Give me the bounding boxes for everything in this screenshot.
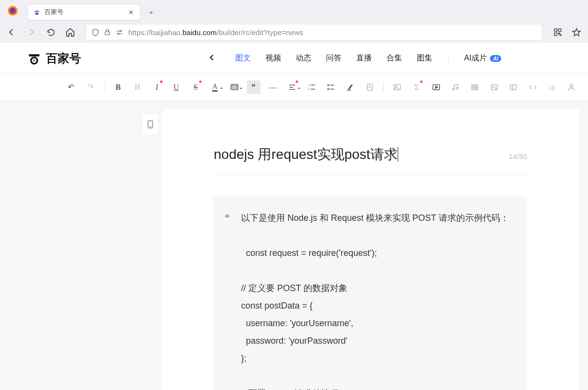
editor-toolbar: ↶↷BHIUSAab❝—12Σ [0, 74, 588, 100]
svg-point-4 [38, 11, 39, 12]
code-button[interactable] [526, 80, 540, 94]
quote-line: // 定义要 POST 的数据对象 [241, 279, 512, 297]
italic-button[interactable]: I [150, 80, 164, 94]
quote-line: // 配置 POST 请求的选项 [241, 385, 512, 390]
tab-qa[interactable]: 问答 [326, 52, 342, 64]
align-button[interactable] [285, 80, 299, 94]
close-tab-icon[interactable]: ✕ [126, 9, 135, 16]
document: nodejs 用request实现post请求 14/30 ❝ 以下是使用 No… [162, 109, 579, 390]
title-char-count: 14/30 [508, 152, 527, 160]
heading-button[interactable]: H [131, 80, 144, 94]
nav-forward-button[interactable] [24, 25, 38, 39]
svg-rect-35 [472, 84, 478, 90]
toolbar-separator [383, 82, 384, 92]
url-bar[interactable]: https://baijiahao.baidu.com/builder/rc/e… [86, 24, 542, 40]
logo-text: 百家号 [46, 51, 81, 66]
svg-rect-41 [510, 84, 516, 90]
quote-line: const request = require('request'); [241, 244, 512, 262]
svg-text:2: 2 [308, 88, 309, 91]
tab-title: 百家号 [44, 8, 63, 17]
nav-back-button[interactable] [5, 25, 19, 39]
undo-button[interactable]: ↶ [64, 80, 78, 94]
svg-point-8 [118, 33, 120, 34]
quote-icon: ❝ [224, 208, 230, 228]
qr-icon[interactable] [551, 25, 565, 39]
ul-button[interactable] [324, 80, 338, 94]
page-body: 百家号 图文 视频 动态 问答 直播 合集 图集 AI成片 AI ↶↷BHIUS… [0, 43, 588, 390]
ai-generate-button[interactable]: AI成片 AI [464, 53, 501, 63]
nav-home-button[interactable] [63, 25, 77, 39]
underline-button[interactable]: U [169, 80, 183, 94]
quote-button[interactable]: ❝ [247, 80, 261, 94]
quote-line [241, 262, 512, 279]
tab-gallery[interactable]: 图集 [417, 52, 432, 64]
svg-point-46 [570, 84, 573, 87]
ol-button[interactable]: 12 [305, 80, 319, 94]
browser-tab[interactable]: 百家号 ✕ [27, 4, 141, 20]
hr-button[interactable]: — [266, 80, 280, 94]
quote-line [241, 367, 512, 385]
user-button[interactable] [565, 80, 578, 94]
quote-line: password: 'yourPassword' [241, 332, 512, 350]
bg-color-button[interactable]: ab [227, 80, 241, 94]
blockquote[interactable]: ❝ 以下是使用 Node.js 和 Request 模块来实现 POST 请求的… [214, 196, 527, 390]
svg-rect-6 [105, 32, 109, 35]
content-type-tabs: 图文 视频 动态 问答 直播 合集 图集 AI成片 AI [208, 52, 501, 64]
quote-line: username: 'yourUsername', [241, 314, 512, 332]
tab-collection[interactable]: 合集 [386, 52, 402, 64]
quote-line: const postData = { [241, 297, 512, 314]
svg-rect-12 [29, 54, 40, 56]
logo-icon [27, 52, 41, 65]
svg-point-7 [120, 30, 122, 32]
nav-reload-button[interactable] [44, 25, 58, 39]
paw-favicon-icon [33, 8, 41, 16]
sidebar-button[interactable] [507, 80, 520, 94]
svg-point-22 [328, 84, 329, 85]
site-logo[interactable]: 百家号 [27, 51, 81, 66]
svg-text:1: 1 [308, 83, 309, 86]
mobile-preview-toggle[interactable] [142, 113, 159, 136]
settings-slider-icon [115, 28, 123, 37]
audio-button[interactable] [448, 80, 462, 94]
bookmark-star-icon[interactable] [569, 25, 583, 39]
editor-stage: nodejs 用request实现post请求 14/30 ❝ 以下是使用 No… [0, 100, 588, 390]
url-security-icons [91, 28, 123, 37]
quote-line: }; [241, 350, 512, 367]
video-button[interactable] [429, 80, 443, 94]
font-color-button[interactable]: A [208, 80, 222, 94]
formula-button[interactable]: Σ [410, 80, 424, 94]
nav-bar: https://baijiahao.baidu.com/builder/rc/e… [0, 21, 588, 43]
toolbar-separator [104, 82, 104, 92]
table-button[interactable] [468, 80, 482, 94]
image-button[interactable] [390, 80, 404, 94]
chart-button[interactable] [546, 80, 559, 94]
article-title-input[interactable]: nodejs 用request实现post请求 [214, 145, 499, 164]
new-tab-button[interactable]: ＋ [144, 6, 158, 20]
svg-point-34 [456, 87, 458, 89]
svg-point-3 [36, 10, 38, 12]
attach-button[interactable] [363, 80, 377, 94]
svg-point-14 [33, 59, 36, 61]
url-text: https://baijiahao.baidu.com/builder/rc/e… [128, 28, 303, 37]
bold-button[interactable]: B [111, 80, 125, 94]
strike-button[interactable]: S [189, 80, 203, 94]
header-back-icon[interactable] [208, 53, 221, 63]
svg-rect-10 [559, 29, 561, 31]
tab-strip: 百家号 ✕ ＋ [0, 0, 588, 21]
lock-icon [103, 28, 111, 36]
quote-line: 以下是使用 Node.js 和 Request 模块来实现 POST 请求的示例… [241, 209, 512, 227]
tab-video[interactable]: 视频 [265, 52, 281, 64]
tab-live[interactable]: 直播 [356, 52, 372, 64]
firefox-logo-icon [6, 4, 20, 18]
quote-line [241, 227, 512, 244]
clear-button[interactable] [344, 80, 357, 94]
svg-point-5 [35, 12, 38, 15]
redo-button[interactable]: ↷ [84, 80, 98, 94]
svg-point-2 [35, 11, 36, 12]
nav-divider [448, 54, 448, 63]
tab-dynamic[interactable]: 动态 [296, 52, 311, 64]
card-button[interactable] [487, 80, 501, 94]
site-header: 百家号 图文 视频 动态 问答 直播 合集 图集 AI成片 AI [0, 43, 588, 74]
ai-badge-icon: AI [490, 55, 501, 62]
tab-article[interactable]: 图文 [235, 52, 251, 64]
